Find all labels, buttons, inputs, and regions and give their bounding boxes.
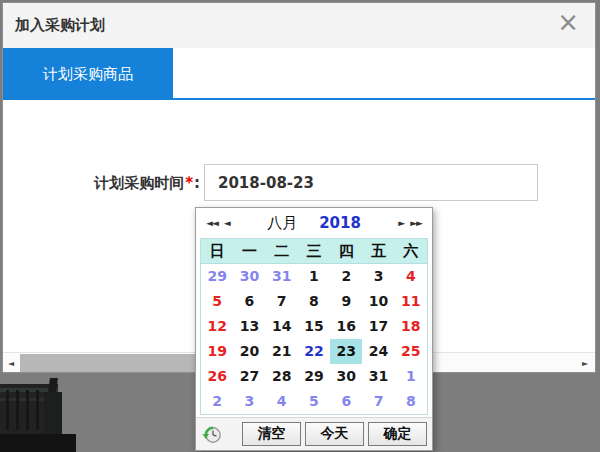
planned-purchase-time-label: 计划采购时间*: bbox=[3, 174, 200, 193]
calendar-day[interactable]: 7 bbox=[266, 289, 298, 314]
calendar-day[interactable]: 31 bbox=[362, 364, 394, 389]
weekday-label: 三 bbox=[298, 239, 330, 263]
today-button[interactable]: 今天 bbox=[305, 422, 364, 446]
calendar-day[interactable]: 6 bbox=[330, 389, 362, 414]
calendar-day[interactable]: 26 bbox=[201, 364, 233, 389]
calendar-day[interactable]: 9 bbox=[330, 289, 362, 314]
clock-history-icon[interactable] bbox=[201, 423, 223, 445]
calendar-year-select[interactable]: 2018 bbox=[319, 214, 361, 232]
calendar-day[interactable]: 14 bbox=[266, 314, 298, 339]
calendar-day[interactable]: 22 bbox=[298, 339, 330, 364]
calendar-day[interactable]: 30 bbox=[233, 264, 265, 289]
scrollbar-thumb[interactable] bbox=[20, 354, 207, 372]
calendar-day[interactable]: 11 bbox=[395, 289, 427, 314]
calendar-day[interactable]: 31 bbox=[266, 264, 298, 289]
page: { "dialog": { "title": "加入采购计划", "close_… bbox=[0, 0, 600, 452]
calendar-day[interactable]: 7 bbox=[362, 389, 394, 414]
calendar-day[interactable]: 10 bbox=[362, 289, 394, 314]
close-icon[interactable]: × bbox=[557, 9, 579, 35]
planned-purchase-time-input[interactable] bbox=[204, 164, 538, 201]
calendar-day[interactable]: 30 bbox=[330, 364, 362, 389]
background-machinery-image bbox=[0, 372, 190, 452]
calendar-day[interactable]: 24 bbox=[362, 339, 394, 364]
calendar-day[interactable]: 18 bbox=[395, 314, 427, 339]
calendar-day[interactable]: 17 bbox=[362, 314, 394, 339]
weekday-label: 二 bbox=[266, 239, 298, 263]
required-asterisk: * bbox=[184, 174, 194, 192]
calendar-day[interactable]: 1 bbox=[298, 264, 330, 289]
calendar-week-row: 2345678 bbox=[201, 389, 427, 414]
dialog-titlebar: 加入采购计划 × bbox=[3, 3, 595, 48]
weekday-label: 一 bbox=[233, 239, 265, 263]
calendar-day[interactable]: 3 bbox=[233, 389, 265, 414]
next-month-icon[interactable]: ► bbox=[395, 218, 407, 228]
tab-bar: 计划采购商品 bbox=[3, 48, 595, 100]
calendar-weekday-header: 日一二三四五六 bbox=[201, 239, 427, 264]
weekday-label: 五 bbox=[362, 239, 394, 263]
calendar-day[interactable]: 29 bbox=[201, 264, 233, 289]
weekday-label: 六 bbox=[395, 239, 427, 263]
calendar-nav: ◄◄ ◄ 八月 2018 ► ►► bbox=[196, 208, 432, 238]
calendar-day[interactable]: 16 bbox=[330, 314, 362, 339]
prev-month-icon[interactable]: ◄ bbox=[221, 218, 233, 228]
calendar-week-row: 2627282930311 bbox=[201, 364, 427, 389]
calendar-day[interactable]: 25 bbox=[395, 339, 427, 364]
weekday-label: 日 bbox=[201, 239, 233, 263]
next-year-icon[interactable]: ►► bbox=[407, 218, 425, 228]
label-colon: : bbox=[194, 174, 200, 192]
calendar-day[interactable]: 4 bbox=[266, 389, 298, 414]
calendar-day[interactable]: 29 bbox=[298, 364, 330, 389]
calendar-day[interactable]: 13 bbox=[233, 314, 265, 339]
calendar-day[interactable]: 6 bbox=[233, 289, 265, 314]
prev-year-icon[interactable]: ◄◄ bbox=[203, 218, 221, 228]
calendar-day[interactable]: 4 bbox=[395, 264, 427, 289]
scroll-left-icon[interactable]: ◄ bbox=[3, 353, 19, 373]
weekday-label: 四 bbox=[330, 239, 362, 263]
calendar-week-row: 567891011 bbox=[201, 289, 427, 314]
calendar-day[interactable]: 8 bbox=[298, 289, 330, 314]
calendar-day[interactable]: 1 bbox=[395, 364, 427, 389]
calendar-day[interactable]: 2 bbox=[201, 389, 233, 414]
calendar-day[interactable]: 15 bbox=[298, 314, 330, 339]
calendar-grid: 2930311234567891011121314151617181920212… bbox=[201, 264, 427, 414]
calendar-day[interactable]: 12 bbox=[201, 314, 233, 339]
calendar-day[interactable]: 5 bbox=[298, 389, 330, 414]
calendar-day[interactable]: 20 bbox=[233, 339, 265, 364]
scroll-right-icon[interactable]: ► bbox=[577, 353, 593, 373]
calendar-day[interactable]: 27 bbox=[233, 364, 265, 389]
calendar-day[interactable]: 8 bbox=[395, 389, 427, 414]
calendar-month-select[interactable]: 八月 bbox=[267, 214, 297, 233]
calendar-day[interactable]: 2 bbox=[330, 264, 362, 289]
calendar-week-row: 2930311234 bbox=[201, 264, 427, 289]
ok-button[interactable]: 确定 bbox=[368, 422, 427, 446]
dialog-title: 加入采购计划 bbox=[15, 16, 105, 35]
calendar-day[interactable]: 5 bbox=[201, 289, 233, 314]
calendar-week-row: 19202122232425 bbox=[201, 339, 427, 364]
calendar-week-row: 12131415161718 bbox=[201, 314, 427, 339]
calendar-body: 日一二三四五六 29303112345678910111213141516171… bbox=[200, 238, 428, 415]
calendar-day[interactable]: 3 bbox=[362, 264, 394, 289]
tab-planned-purchase-goods[interactable]: 计划采购商品 bbox=[3, 48, 173, 100]
tab-label: 计划采购商品 bbox=[43, 65, 133, 84]
calendar-footer: 清空 今天 确定 bbox=[196, 417, 432, 450]
label-text: 计划采购时间 bbox=[94, 174, 184, 192]
calendar-day[interactable]: 21 bbox=[266, 339, 298, 364]
calendar-day[interactable]: 19 bbox=[201, 339, 233, 364]
clear-button[interactable]: 清空 bbox=[242, 422, 301, 446]
calendar-day[interactable]: 28 bbox=[266, 364, 298, 389]
calendar-day-selected[interactable]: 23 bbox=[330, 339, 362, 364]
date-picker-popup: ◄◄ ◄ 八月 2018 ► ►► 日一二三四五六 29303112345678… bbox=[195, 207, 433, 451]
